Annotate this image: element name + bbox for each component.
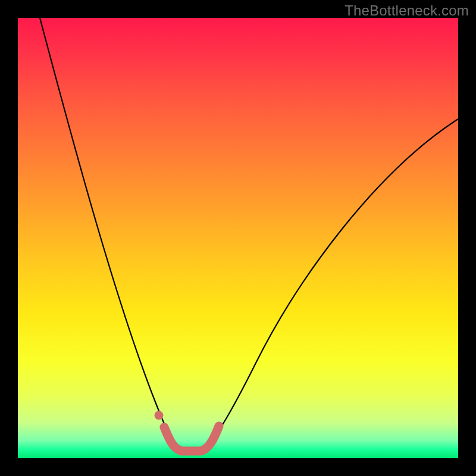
curves-svg: [18, 18, 458, 458]
bottleneck-curve: [40, 18, 458, 450]
watermark-text: TheBottleneck.com: [345, 2, 469, 19]
plot-area: [18, 18, 458, 458]
highlight-arc: [164, 426, 219, 451]
highlight-dot: [155, 411, 164, 420]
chart-frame: TheBottleneck.com: [0, 0, 476, 476]
